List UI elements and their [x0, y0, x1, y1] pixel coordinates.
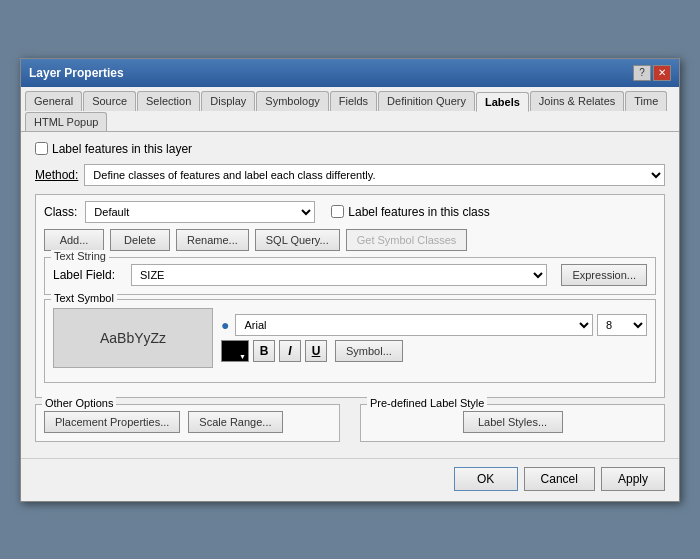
- symbol-content-row: AaBbYyZz ● Arial 8: [53, 308, 647, 368]
- close-button[interactable]: ✕: [653, 65, 671, 81]
- sql-query-button[interactable]: SQL Query...: [255, 229, 340, 251]
- tab-source[interactable]: Source: [83, 91, 136, 111]
- get-symbol-classes-button[interactable]: Get Symbol Classes: [346, 229, 468, 251]
- text-string-label: Text String: [51, 250, 109, 262]
- font-size-select[interactable]: 8: [597, 314, 647, 336]
- italic-button[interactable]: I: [279, 340, 301, 362]
- delete-button[interactable]: Delete: [110, 229, 170, 251]
- other-options-buttons: Placement Properties... Scale Range...: [44, 411, 331, 433]
- symbol-button[interactable]: Symbol...: [335, 340, 403, 362]
- class-group-box: Class: Default Label features in this cl…: [35, 194, 665, 398]
- add-button[interactable]: Add...: [44, 229, 104, 251]
- tab-general[interactable]: General: [25, 91, 82, 111]
- class-row: Class: Default Label features in this cl…: [44, 201, 656, 223]
- font-select[interactable]: Arial: [235, 314, 593, 336]
- window-title: Layer Properties: [29, 66, 124, 80]
- predefined-label-label: Pre-defined Label Style: [367, 397, 487, 409]
- tab-fields[interactable]: Fields: [330, 91, 377, 111]
- label-features-class-checkbox[interactable]: [331, 205, 344, 218]
- font-controls: ● Arial 8 B I U: [221, 314, 647, 362]
- label-features-class-text: Label features in this class: [348, 205, 489, 219]
- class-buttons-row: Add... Delete Rename... SQL Query... Get…: [44, 229, 656, 251]
- tab-joins-relates[interactable]: Joins & Relates: [530, 91, 624, 111]
- class-label: Class:: [44, 205, 77, 219]
- label-styles-button[interactable]: Label Styles...: [463, 411, 563, 433]
- color-picker-button[interactable]: [221, 340, 249, 362]
- symbol-preview: AaBbYyZz: [53, 308, 213, 368]
- apply-button[interactable]: Apply: [601, 467, 665, 491]
- font-name-row: ● Arial 8: [221, 314, 647, 336]
- bold-button[interactable]: B: [253, 340, 275, 362]
- dialog-footer: OK Cancel Apply: [21, 458, 679, 501]
- font-type-icon: ●: [221, 317, 229, 333]
- label-field-label: Label Field:: [53, 268, 123, 282]
- label-field-row: Label Field: SIZE Expression...: [53, 264, 647, 286]
- tab-labels[interactable]: Labels: [476, 92, 529, 112]
- bottom-options: Other Options Placement Properties... Sc…: [35, 404, 665, 442]
- expression-button[interactable]: Expression...: [561, 264, 647, 286]
- text-string-group: Text String Label Field: SIZE Expression…: [44, 257, 656, 295]
- label-features-layer-text: Label features in this layer: [52, 142, 192, 156]
- other-options-group: Other Options Placement Properties... Sc…: [35, 404, 340, 442]
- label-features-layer-checkbox[interactable]: [35, 142, 48, 155]
- method-label: Method:: [35, 168, 78, 182]
- tab-selection[interactable]: Selection: [137, 91, 200, 111]
- placement-properties-button[interactable]: Placement Properties...: [44, 411, 180, 433]
- other-options-label: Other Options: [42, 397, 116, 409]
- underline-button[interactable]: U: [305, 340, 327, 362]
- method-row: Method: Define classes of features and l…: [35, 164, 665, 186]
- tab-definition-query[interactable]: Definition Query: [378, 91, 475, 111]
- label-features-class-label[interactable]: Label features in this class: [331, 205, 489, 219]
- tab-html-popup[interactable]: HTML Popup: [25, 112, 107, 131]
- title-bar-controls: ? ✕: [633, 65, 671, 81]
- font-format-row: B I U Symbol...: [221, 340, 647, 362]
- label-styles-container: Label Styles...: [369, 411, 656, 433]
- method-select[interactable]: Define classes of features and label eac…: [84, 164, 665, 186]
- label-field-select[interactable]: SIZE: [131, 264, 547, 286]
- predefined-label-group: Pre-defined Label Style Label Styles...: [360, 404, 665, 442]
- tab-content: Label features in this layer Method: Def…: [21, 132, 679, 458]
- text-symbol-label: Text Symbol: [51, 292, 117, 304]
- ok-button[interactable]: OK: [454, 467, 518, 491]
- preview-text: AaBbYyZz: [100, 330, 166, 346]
- tab-time[interactable]: Time: [625, 91, 667, 111]
- title-bar: Layer Properties ? ✕: [21, 59, 679, 87]
- class-select[interactable]: Default: [85, 201, 315, 223]
- tab-display[interactable]: Display: [201, 91, 255, 111]
- layer-properties-dialog: Layer Properties ? ✕ General Source Sele…: [20, 58, 680, 502]
- cancel-button[interactable]: Cancel: [524, 467, 595, 491]
- tab-bar: General Source Selection Display Symbolo…: [21, 87, 679, 132]
- help-button[interactable]: ?: [633, 65, 651, 81]
- scale-range-button[interactable]: Scale Range...: [188, 411, 282, 433]
- text-symbol-group: Text Symbol AaBbYyZz ● Arial: [44, 299, 656, 383]
- tab-symbology[interactable]: Symbology: [256, 91, 328, 111]
- label-features-layer-label[interactable]: Label features in this layer: [35, 142, 192, 156]
- rename-button[interactable]: Rename...: [176, 229, 249, 251]
